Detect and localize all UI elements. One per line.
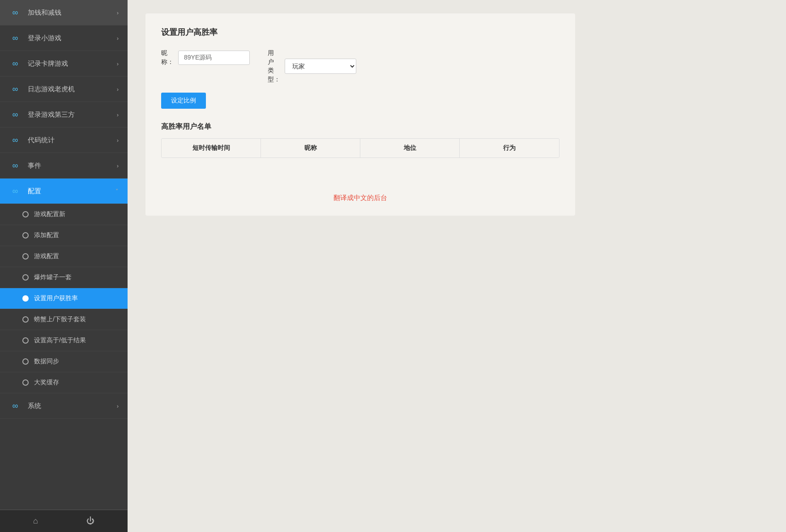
circle-icon: [22, 253, 29, 260]
infinity-icon: ∞: [9, 110, 21, 119]
circle-icon: [22, 358, 29, 365]
set-ratio-button[interactable]: 设定比例: [161, 93, 206, 109]
sidebar-item-code-stats[interactable]: ∞ 代码统计 ›: [0, 128, 128, 153]
sidebar: ∞ 加钱和减钱 › ∞ 登录小游戏 › ∞ 记录卡牌游戏 › ∞ 日志游戏老虎机…: [0, 0, 128, 532]
watermark-text: 翻译成中文的后台: [161, 194, 560, 202]
infinity-icon: ∞: [9, 85, 21, 94]
circle-icon: [22, 295, 29, 302]
sidebar-subitem-jackpot-cache[interactable]: 大奖缓存: [0, 372, 128, 393]
infinity-icon: ∞: [9, 161, 21, 170]
nickname-label: 昵 称：: [161, 49, 174, 66]
subitem-label: 添加配置: [34, 231, 59, 239]
table-header: 短时传输时间 昵称 地位 行为: [162, 139, 559, 157]
infinity-icon: ∞: [9, 136, 21, 145]
sidebar-subitem-set-user-win-rate[interactable]: 设置用户获胜率: [0, 288, 128, 309]
subitem-label: 游戏配置: [34, 252, 59, 260]
subitem-label: 设置用户获胜率: [34, 294, 78, 302]
sidebar-subitem-game-config[interactable]: 游戏配置: [0, 246, 128, 267]
sidebar-item-label: 日志游戏老虎机: [28, 85, 117, 94]
circle-icon: [22, 211, 29, 217]
infinity-icon: ∞: [9, 401, 21, 410]
sidebar-subitem-add-config[interactable]: 添加配置: [0, 225, 128, 246]
circle-icon: [22, 274, 29, 281]
sidebar-item-label: 事件: [28, 162, 117, 170]
sidebar-item-login-third-party[interactable]: ∞ 登录游戏第三方 ›: [0, 102, 128, 128]
chevron-right-icon: ›: [117, 60, 119, 67]
home-icon[interactable]: ⌂: [33, 516, 38, 526]
user-type-select[interactable]: 玩家 管理员 代理: [285, 59, 356, 74]
sidebar-item-log-slot-machine[interactable]: ∞ 日志游戏老虎机 ›: [0, 77, 128, 102]
sidebar-item-label: 加钱和减钱: [28, 9, 117, 17]
sidebar-item-label: 登录游戏第三方: [28, 111, 117, 119]
chevron-right-icon: ›: [117, 86, 119, 93]
circle-icon: [22, 379, 29, 386]
circle-icon: [22, 316, 29, 323]
table-header-nickname: 昵称: [261, 139, 360, 157]
sidebar-item-system[interactable]: ∞ 系统 ›: [0, 393, 128, 419]
sidebar-subitem-explode-can-set[interactable]: 爆炸罐子一套: [0, 267, 128, 288]
main-card: 设置用户高胜率 昵 称： 用 户 类 型： 玩家 管理员 代理 设定比例: [145, 13, 575, 216]
subitem-label: 设置高于/低于结果: [34, 336, 86, 345]
sidebar-item-login-small-game[interactable]: ∞ 登录小游戏 ›: [0, 26, 128, 51]
sidebar-item-record-card-game[interactable]: ∞ 记录卡牌游戏 ›: [0, 51, 128, 77]
button-row: 设定比例: [161, 93, 560, 109]
table-header-action: 行为: [460, 139, 559, 157]
chevron-right-icon: ›: [117, 35, 119, 42]
sidebar-item-label: 代码统计: [28, 136, 117, 145]
subitem-label: 爆炸罐子一套: [34, 273, 72, 281]
sidebar-item-add-reduce-money[interactable]: ∞ 加钱和减钱 ›: [0, 0, 128, 26]
table-header-time: 短时传输时间: [162, 139, 261, 157]
power-icon[interactable]: ⏻: [86, 516, 94, 526]
infinity-icon: ∞: [9, 59, 21, 68]
infinity-icon: ∞: [9, 187, 21, 196]
sidebar-item-events[interactable]: ∞ 事件 ›: [0, 153, 128, 179]
infinity-icon: ∞: [9, 8, 21, 17]
sidebar-item-label: 登录小游戏: [28, 34, 117, 43]
chevron-right-icon: ›: [117, 403, 119, 409]
chevron-right-icon: ›: [117, 111, 119, 118]
list-title: 高胜率用户名单: [161, 122, 560, 132]
chevron-right-icon: ›: [117, 9, 119, 16]
user-type-field: 用 户 类 型： 玩家 管理员 代理: [268, 49, 356, 84]
form-row: 昵 称： 用 户 类 型： 玩家 管理员 代理: [161, 49, 560, 84]
table-header-status: 地位: [360, 139, 460, 157]
main-content: 设置用户高胜率 昵 称： 用 户 类 型： 玩家 管理员 代理 设定比例: [128, 0, 786, 532]
infinity-icon: ∞: [9, 34, 21, 43]
sidebar-item-label: 配置: [28, 187, 115, 196]
sidebar-subitem-data-sync[interactable]: 数据同步: [0, 351, 128, 372]
sidebar-item-label: 记录卡牌游戏: [28, 60, 117, 68]
subitem-label: 游戏配置新: [34, 210, 65, 218]
subitem-label: 大奖缓存: [34, 379, 59, 387]
sidebar-bottom-bar: ⌂ ⏻: [0, 510, 128, 532]
circle-icon: [22, 337, 29, 344]
nickname-field: 昵 称：: [161, 49, 250, 66]
chevron-down-icon: ˅: [115, 188, 119, 195]
user-list-table: 短时传输时间 昵称 地位 行为: [161, 138, 560, 158]
sidebar-subitem-set-high-low-result[interactable]: 设置高于/低于结果: [0, 330, 128, 351]
chevron-right-icon: ›: [117, 137, 119, 144]
sidebar-subitem-crab-dice-set[interactable]: 螃蟹上/下骰子套装: [0, 309, 128, 330]
user-type-label: 用 户 类 型：: [268, 49, 280, 84]
sidebar-subitem-game-config-new[interactable]: 游戏配置新: [0, 204, 128, 225]
circle-icon: [22, 232, 29, 238]
nickname-input[interactable]: [178, 51, 250, 65]
subitem-label: 螃蟹上/下骰子套装: [34, 315, 86, 323]
page-title: 设置用户高胜率: [161, 27, 560, 38]
sidebar-item-label: 系统: [28, 402, 117, 410]
subitem-label: 数据同步: [34, 358, 59, 366]
chevron-right-icon: ›: [117, 162, 119, 169]
sidebar-item-config[interactable]: ∞ 配置 ˅: [0, 179, 128, 204]
